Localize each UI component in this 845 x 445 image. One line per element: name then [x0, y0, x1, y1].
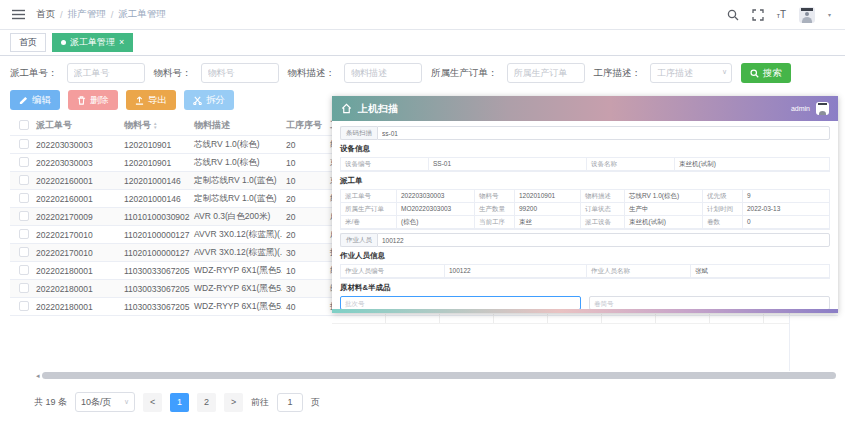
- table-cell: 10: [282, 158, 326, 168]
- table-cell: 芯线RV 1.0(棕色): [190, 139, 282, 151]
- panel-header: 上机扫描 admin: [332, 96, 838, 121]
- barcode-scan-input[interactable]: [377, 126, 830, 140]
- scroll-left-icon[interactable]: ◂: [36, 372, 40, 379]
- sort-icon[interactable]: ▲▼: [153, 122, 157, 130]
- filter-label-material-no: 物料号：: [154, 67, 192, 80]
- page-size-select[interactable]: 10条/页 ∨: [75, 392, 135, 412]
- col-header-dispatch-no[interactable]: 派工单号: [32, 119, 120, 132]
- field-value: 束丝机(试制): [625, 216, 703, 229]
- operator-scan-input[interactable]: [377, 233, 830, 247]
- close-icon[interactable]: ×: [119, 38, 124, 47]
- field-label: 米/卷: [341, 216, 397, 229]
- panel-user-name: admin: [791, 105, 810, 112]
- breadcrumb-item[interactable]: 排产管理: [68, 8, 106, 21]
- prod-order-input[interactable]: [507, 63, 585, 83]
- barcode-scan-row: 条码扫描: [340, 126, 830, 140]
- select-all-checkbox[interactable]: [19, 120, 29, 130]
- table-cell: 11030033067205: [120, 302, 190, 312]
- row-checkbox[interactable]: [19, 283, 29, 293]
- dispatch-no-input[interactable]: [67, 63, 145, 83]
- table-cell: 11030033067205: [120, 266, 190, 276]
- field-value: 束丝机(试制): [675, 158, 829, 171]
- row-checkbox-cell: [10, 211, 32, 223]
- field-value: 202203030003: [397, 190, 475, 203]
- section-title-materials: 原材料&半成品: [340, 283, 830, 293]
- row-checkbox[interactable]: [19, 157, 29, 167]
- batch-no-input[interactable]: [340, 296, 581, 309]
- material-no-input[interactable]: [201, 63, 279, 83]
- horizontal-scrollbar[interactable]: ◂: [36, 371, 836, 379]
- table-cell: 40: [282, 302, 326, 312]
- tab-home[interactable]: 首页: [10, 33, 46, 52]
- split-button-label: 拆分: [206, 94, 225, 107]
- row-checkbox[interactable]: [19, 211, 29, 221]
- field-value: 2022-03-13: [743, 203, 829, 216]
- field-label: 优先级: [703, 190, 743, 203]
- row-checkbox[interactable]: [19, 229, 29, 239]
- row-checkbox[interactable]: [19, 301, 29, 311]
- table-cell: WDZ-RYYP 6X1(黑色5...: [190, 265, 282, 277]
- panel-bottom-gradient-bar: [332, 309, 838, 313]
- row-checkbox-cell: [10, 157, 32, 169]
- section-title-equipment: 设备信息: [340, 144, 830, 154]
- font-size-icon[interactable]: тT: [777, 10, 786, 20]
- row-checkbox[interactable]: [19, 175, 29, 185]
- tab-dispatch-management[interactable]: 派工单管理 ×: [52, 33, 133, 52]
- process-desc-select[interactable]: ∨: [650, 63, 732, 83]
- panel-user-avatar[interactable]: [816, 102, 829, 115]
- tab-label: 首页: [19, 36, 37, 49]
- goto-page-input[interactable]: [277, 393, 303, 412]
- goto-unit: 页: [311, 396, 320, 409]
- search-icon[interactable]: [727, 9, 739, 21]
- table-cell: 202203030003: [32, 140, 120, 150]
- prev-page-button[interactable]: <: [143, 393, 162, 412]
- user-avatar[interactable]: [799, 7, 815, 23]
- next-page-button[interactable]: >: [224, 393, 243, 412]
- pagination: 共 19 条 10条/页 ∨ < 1 2 > 前往 页: [34, 392, 320, 412]
- table-cell: WDZ-RYYP 6X1(黑色5...: [190, 283, 282, 295]
- table-cell: 202202180001: [32, 302, 120, 312]
- operator-scan-row: 作业人员: [340, 233, 830, 247]
- breadcrumb: 首页 / 排产管理 / 派工单管理: [36, 8, 166, 21]
- top-navbar: 首页 / 排产管理 / 派工单管理 тT ▾: [0, 0, 845, 30]
- table-cell: AVVR 3X0.12(棕蓝黑)(...: [190, 247, 282, 259]
- page-button-2[interactable]: 2: [197, 393, 216, 412]
- scrollbar-thumb[interactable]: [42, 372, 836, 379]
- material-desc-input[interactable]: [344, 63, 422, 83]
- row-checkbox-cell: [10, 283, 32, 295]
- field-value: 生产中: [625, 203, 703, 216]
- process-desc-select-input[interactable]: [650, 63, 732, 83]
- table-cell: 20: [282, 194, 326, 204]
- delete-button-label: 删除: [90, 94, 109, 107]
- row-checkbox[interactable]: [19, 193, 29, 203]
- row-checkbox[interactable]: [19, 265, 29, 275]
- breadcrumb-separator: /: [111, 9, 114, 20]
- sidebar-toggle-icon[interactable]: [12, 9, 25, 20]
- fullscreen-icon[interactable]: [752, 9, 764, 21]
- delete-button[interactable]: 删除: [68, 90, 118, 110]
- edit-button[interactable]: 编辑: [10, 90, 60, 110]
- split-button[interactable]: 拆分: [184, 90, 234, 110]
- field-label: 卷数: [703, 216, 743, 229]
- home-icon: [341, 103, 352, 114]
- col-header-material-desc[interactable]: 物料描述: [190, 119, 282, 132]
- search-button[interactable]: 搜索: [741, 63, 791, 83]
- row-checkbox[interactable]: [19, 139, 29, 149]
- work-order-grid: 派工单号202203030003物料号1202010901物料描述芯线RV 1.…: [340, 189, 830, 230]
- export-button[interactable]: 导出: [126, 90, 176, 110]
- table-cell: 定制芯线RV 1.0(蓝色): [190, 193, 282, 205]
- filter-label-process-desc: 工序描述：: [594, 67, 642, 80]
- page-button-1[interactable]: 1: [170, 393, 189, 412]
- col-header-process-seq[interactable]: 工序序号: [282, 119, 326, 132]
- breadcrumb-home[interactable]: 首页: [36, 8, 55, 21]
- field-label: 生产数量: [475, 203, 515, 216]
- scissors-icon: [193, 96, 202, 105]
- reel-no-input[interactable]: [589, 296, 830, 309]
- col-header-material-no[interactable]: 物料号▲▼: [120, 119, 190, 132]
- row-checkbox[interactable]: [19, 247, 29, 257]
- chevron-down-icon[interactable]: ▾: [828, 11, 831, 18]
- export-icon: [135, 96, 144, 105]
- field-value: (棕色): [397, 216, 475, 229]
- pagination-total: 共 19 条: [34, 396, 67, 409]
- field-label: 派工单号: [341, 190, 397, 203]
